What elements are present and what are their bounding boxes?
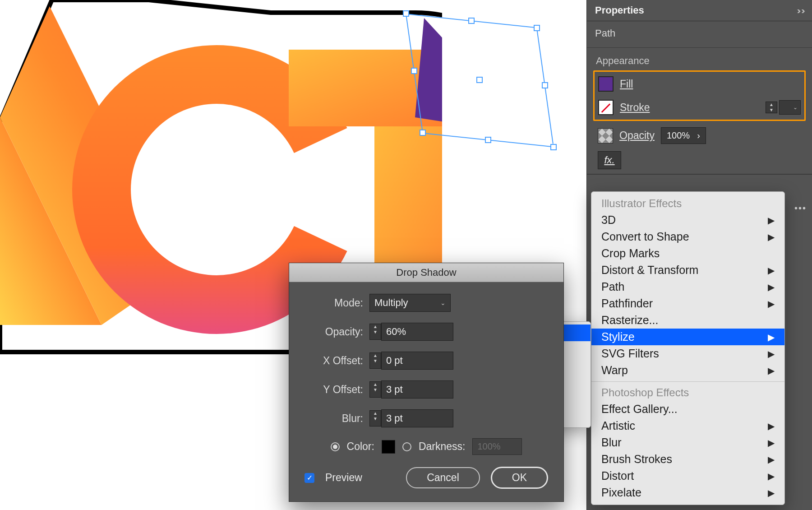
appearance-highlight-box: Fill Stroke ▲▼ ⌄: [593, 70, 806, 121]
effects-item-label: Rasterize...: [601, 314, 658, 327]
darkness-radio[interactable]: [402, 442, 411, 451]
effects-item-svg-filters[interactable]: SVG Filters▶: [591, 345, 784, 362]
opacity-value-field[interactable]: 100% ›: [661, 127, 706, 144]
stroke-label: Stroke: [620, 102, 650, 114]
opacity-input[interactable]: 60%: [381, 323, 453, 341]
opacity-value-text: 100%: [667, 130, 690, 141]
y-offset-label: Y Offset:: [304, 384, 363, 396]
submenu-arrow-icon: ▶: [768, 437, 775, 448]
panel-title: Properties: [595, 5, 644, 16]
effects-item-label: Warp: [601, 364, 628, 377]
panel-options-icon[interactable]: •••: [794, 203, 807, 213]
ok-button[interactable]: OK: [491, 467, 548, 489]
effects-item-label: Brush Strokes: [601, 453, 672, 466]
mode-select[interactable]: Multiply ⌄: [369, 294, 451, 312]
opacity-stepper[interactable]: ▲▼: [369, 324, 381, 340]
effects-item-label: Effect Gallery...: [601, 403, 678, 416]
preview-checkbox[interactable]: ✓: [304, 473, 314, 483]
preview-label: Preview: [325, 472, 362, 484]
submenu-arrow-icon: ▶: [768, 215, 775, 226]
effects-menu: Illustrator Effects 3D▶Convert to Shape▶…: [591, 191, 785, 505]
submenu-arrow-icon: ▶: [768, 365, 775, 376]
effects-item-rasterize[interactable]: Rasterize...: [591, 312, 784, 329]
opacity-row: Opacity 100% ›: [587, 125, 812, 148]
effects-item-label: SVG Filters: [601, 347, 659, 360]
menu-separator: [591, 381, 784, 382]
submenu-arrow-icon: ▶: [768, 348, 775, 359]
fill-row[interactable]: Fill: [597, 74, 802, 93]
submenu-arrow-icon: ▶: [768, 332, 775, 343]
opacity-label: Opacity: [619, 130, 655, 142]
effects-item-label: Crop Marks: [601, 247, 660, 260]
effects-item-label: Artistic: [601, 419, 635, 432]
submenu-arrow-icon: ▶: [768, 265, 775, 276]
x-offset-label: X Offset:: [304, 355, 363, 367]
fill-label: Fill: [620, 78, 633, 90]
effects-item-label: Pathfinder: [601, 297, 653, 310]
effects-item-path[interactable]: Path▶: [591, 278, 784, 295]
effects-group2-title: Photoshop Effects: [591, 385, 784, 401]
effects-item-artistic[interactable]: Artistic▶: [591, 417, 784, 434]
stroke-weight-dropdown[interactable]: ⌄: [779, 100, 801, 115]
stroke-weight-stepper[interactable]: ▲▼: [766, 102, 777, 113]
submenu-arrow-icon: ▶: [768, 421, 775, 431]
fill-swatch[interactable]: [598, 76, 614, 92]
effects-item-stylize[interactable]: Stylize▶: [591, 329, 784, 345]
y-offset-stepper[interactable]: ▲▼: [369, 381, 381, 398]
drop-shadow-dialog: Drop Shadow Mode: Multiply ⌄ Opacity: ▲▼…: [289, 263, 564, 502]
darkness-input: 100%: [472, 438, 522, 455]
dialog-title: Drop Shadow: [289, 263, 563, 282]
dialog-opacity-label: Opacity:: [304, 326, 363, 338]
effects-item-blur[interactable]: Blur▶: [591, 434, 784, 451]
chevron-down-icon: ⌄: [440, 299, 446, 306]
mode-label: Mode:: [304, 297, 363, 309]
color-label: Color:: [347, 440, 374, 453]
effects-item-distort[interactable]: Distort▶: [591, 468, 784, 484]
appearance-section-label: Appearance: [587, 48, 812, 70]
panel-object-type: Path: [587, 21, 812, 48]
effects-item-label: Pixelate: [601, 486, 641, 499]
submenu-arrow-icon: ▶: [768, 298, 775, 309]
submenu-arrow-icon: ▶: [768, 232, 775, 242]
cancel-button[interactable]: Cancel: [406, 467, 480, 488]
effects-item-label: Blur: [601, 436, 621, 449]
fx-button[interactable]: fx.: [598, 151, 621, 169]
effects-item-label: Path: [601, 280, 624, 293]
submenu-arrow-icon: ▶: [768, 454, 775, 465]
fx-label: fx.: [604, 154, 614, 166]
effects-item-pathfinder[interactable]: Pathfinder▶: [591, 295, 784, 312]
x-offset-input[interactable]: 0 pt: [381, 352, 453, 370]
stroke-swatch[interactable]: [598, 100, 614, 115]
opacity-swatch[interactable]: [598, 128, 613, 144]
effects-item-3d[interactable]: 3D▶: [591, 212, 784, 228]
effects-item-distort-transform[interactable]: Distort & Transform▶: [591, 262, 784, 278]
effects-item-pixelate[interactable]: Pixelate▶: [591, 484, 784, 501]
color-radio[interactable]: [331, 442, 340, 451]
y-offset-input[interactable]: 3 pt: [381, 380, 453, 399]
color-swatch[interactable]: [382, 440, 395, 454]
selected-purple-triangle[interactable]: [415, 18, 442, 135]
panel-collapse-icon[interactable]: ››: [797, 5, 805, 16]
stroke-row[interactable]: Stroke ▲▼ ⌄: [597, 98, 802, 117]
effects-group1-title: Illustrator Effects: [591, 195, 784, 212]
blur-stepper[interactable]: ▲▼: [369, 410, 381, 427]
effects-item-brush-strokes[interactable]: Brush Strokes▶: [591, 451, 784, 468]
effects-item-label: 3D: [601, 213, 616, 227]
submenu-arrow-icon: ▶: [768, 471, 775, 482]
x-offset-stepper[interactable]: ▲▼: [369, 352, 381, 369]
submenu-arrow-icon: ▶: [768, 282, 775, 292]
effects-item-warp[interactable]: Warp▶: [591, 362, 784, 379]
blur-label: Blur:: [304, 413, 363, 425]
darkness-label: Darkness:: [419, 440, 466, 453]
blur-input[interactable]: 3 pt: [381, 409, 453, 427]
effects-item-label: Distort & Transform: [601, 264, 698, 277]
effects-item-label: Convert to Shape: [601, 230, 689, 243]
effects-item-label: Stylize: [601, 330, 635, 343]
effects-item-label: Distort: [601, 469, 634, 482]
effects-item-crop-marks[interactable]: Crop Marks: [591, 245, 784, 262]
submenu-arrow-icon: ▶: [768, 487, 775, 498]
effects-item-effect-gallery[interactable]: Effect Gallery...: [591, 401, 784, 417]
mode-value: Multiply: [374, 297, 408, 309]
chevron-right-icon: ›: [697, 130, 700, 141]
effects-item-convert-to-shape[interactable]: Convert to Shape▶: [591, 228, 784, 245]
